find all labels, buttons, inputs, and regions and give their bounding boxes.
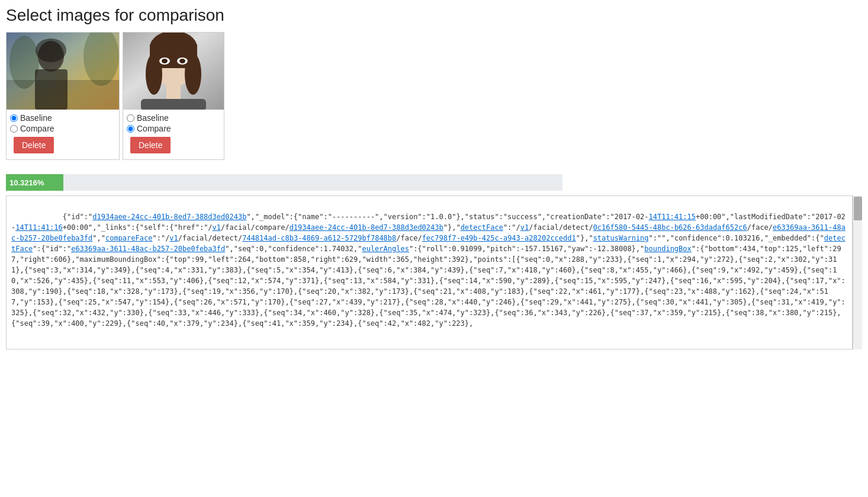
json-scroll-wrapper: {"id":"d1934aee-24cc-401b-8ed7-388d3ed02…: [6, 195, 853, 349]
image-1-baseline-label: Baseline: [20, 113, 52, 123]
image-card-2: Baseline Compare Delete: [123, 32, 224, 160]
svg-point-5: [36, 39, 66, 62]
image-2-compare-row[interactable]: Compare: [127, 124, 220, 133]
image-2-compare-radio[interactable]: [127, 125, 134, 133]
scrollbar-thumb[interactable]: [854, 197, 862, 220]
image-thumbnail-1: [7, 33, 119, 110]
image-1-delete-button[interactable]: Delete: [14, 137, 54, 153]
image-1-baseline-radio[interactable]: [10, 114, 18, 122]
images-area: Baseline Compare Delete: [6, 32, 862, 160]
image-1-options: Baseline Compare Delete: [7, 110, 119, 159]
image-2-delete-button[interactable]: Delete: [130, 137, 171, 153]
svg-rect-13: [141, 99, 206, 110]
image-2-baseline-label: Baseline: [137, 113, 169, 123]
image-2-baseline-radio[interactable]: [127, 114, 134, 122]
image-1-baseline-row[interactable]: Baseline: [10, 113, 115, 123]
svg-point-16: [162, 59, 168, 63]
svg-point-11: [185, 53, 201, 95]
page-title: Select images for comparison: [6, 6, 862, 25]
image-1-compare-radio[interactable]: [10, 125, 18, 133]
json-text: {"id":"d1934aee-24cc-401b-8ed7-388d3ed02…: [11, 213, 846, 328]
image-2-compare-label: Compare: [137, 124, 171, 133]
svg-point-18: [163, 72, 184, 86]
svg-point-10: [146, 53, 162, 95]
progress-value: 10.3216%: [9, 178, 44, 187]
image-2-options: Baseline Compare Delete: [123, 110, 224, 159]
bottom-area: 10.3216% {"id":"d1934aee-24cc-401b-8ed7-…: [6, 169, 862, 349]
svg-rect-4: [35, 69, 67, 110]
svg-point-17: [179, 59, 185, 63]
scrollbar-track[interactable]: [853, 195, 862, 349]
image-card-1: Baseline Compare Delete: [6, 32, 120, 160]
image-1-compare-row[interactable]: Compare: [10, 124, 115, 133]
image-1-compare-label: Compare: [20, 124, 54, 133]
progress-bar-container: 10.3216%: [6, 174, 562, 191]
progress-bar-fill: 10.3216%: [6, 174, 63, 191]
image-thumbnail-2: [123, 33, 224, 110]
svg-point-2: [9, 36, 39, 89]
json-output-area: {"id":"d1934aee-24cc-401b-8ed7-388d3ed02…: [6, 195, 862, 349]
json-output[interactable]: {"id":"d1934aee-24cc-401b-8ed7-388d3ed02…: [6, 195, 853, 349]
image-2-baseline-row[interactable]: Baseline: [127, 113, 220, 123]
